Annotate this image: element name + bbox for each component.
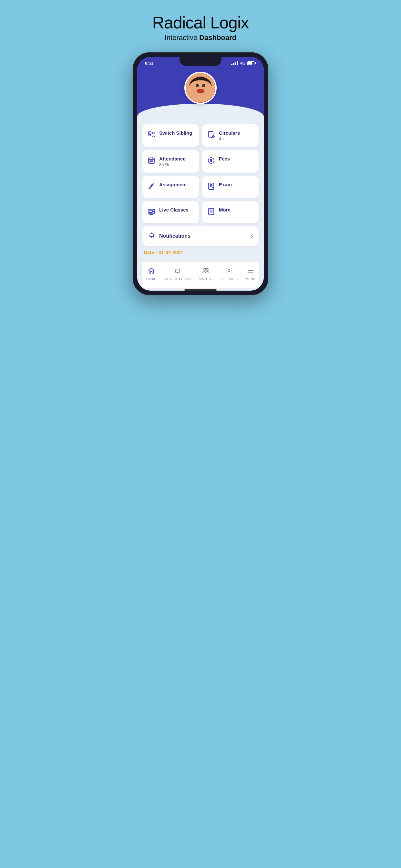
notifications-nav-label: NOTIFICATIONS bbox=[164, 277, 191, 281]
tile-more-content: More bbox=[219, 207, 230, 213]
battery-icon bbox=[247, 61, 256, 65]
tile-exam-label: Exam bbox=[219, 182, 232, 187]
svg-rect-15 bbox=[209, 208, 214, 215]
assignment-icon bbox=[148, 182, 156, 192]
home-nav-icon bbox=[148, 267, 155, 276]
tile-exam[interactable]: Exam bbox=[202, 176, 258, 198]
svg-point-18 bbox=[228, 270, 230, 272]
menu-nav-label: MENU bbox=[245, 277, 255, 281]
tile-attendance-content: Attendance 85 % bbox=[159, 156, 186, 167]
circulars-icon bbox=[207, 131, 216, 141]
tile-circulars-sub: 4 ↓ bbox=[219, 136, 240, 141]
tile-attendance[interactable]: Attendance 85 % bbox=[143, 150, 199, 173]
svg-rect-14 bbox=[149, 210, 152, 213]
svg-point-2 bbox=[202, 84, 205, 87]
notif-left: Notifications bbox=[148, 231, 190, 241]
notification-bell-icon bbox=[148, 231, 155, 241]
date-text: Date : 31-07-2021 bbox=[144, 250, 257, 255]
tile-assignment[interactable]: Assignment bbox=[143, 176, 199, 198]
network-label: 4G bbox=[240, 61, 245, 66]
tile-fees[interactable]: Fees bbox=[202, 150, 258, 173]
svg-rect-12 bbox=[209, 183, 214, 190]
signal-bars-icon bbox=[231, 61, 238, 65]
tile-assignment-label: Assignment bbox=[159, 182, 187, 187]
settings-nav-label: SETTINGS bbox=[220, 277, 238, 281]
date-section: Date : 31-07-2021 bbox=[143, 246, 258, 258]
exam-icon bbox=[207, 182, 216, 192]
tile-attendance-sub: 85 % bbox=[159, 162, 186, 167]
home-nav-label: HOME bbox=[146, 277, 157, 281]
home-indicator bbox=[184, 289, 217, 290]
page-wrapper: Radical Logix Interactive Dashboard 8:51… bbox=[120, 13, 281, 295]
avatar-container bbox=[137, 72, 264, 104]
tile-live-classes[interactable]: Live Classes bbox=[143, 201, 199, 223]
tile-switch-sibling-label: Switch Sibling bbox=[159, 130, 192, 135]
fees-icon bbox=[207, 157, 216, 166]
settings-nav-icon bbox=[225, 267, 233, 276]
tile-circulars[interactable]: Circulars 4 ↓ bbox=[202, 124, 258, 147]
tile-circulars-label: Circulars bbox=[219, 130, 240, 135]
nav-settings[interactable]: SETTINGS bbox=[216, 266, 242, 282]
tiles-grid: Switch Sibling bbox=[143, 124, 258, 223]
live-classes-icon bbox=[148, 208, 156, 217]
phone-screen: 8:51 4G W bbox=[137, 57, 264, 290]
tile-switch-sibling-content: Switch Sibling bbox=[159, 130, 192, 135]
switch-sibling-icon bbox=[148, 131, 156, 141]
tile-live-classes-label: Live Classes bbox=[159, 207, 189, 213]
tile-more-label: More bbox=[219, 207, 230, 213]
phone-frame: 8:51 4G W bbox=[133, 52, 268, 295]
tile-fees-content: Fees bbox=[219, 156, 230, 161]
tile-circulars-content: Circulars 4 ↓ bbox=[219, 130, 240, 141]
svg-point-11 bbox=[153, 184, 154, 185]
notifications-label: Notifications bbox=[159, 233, 190, 239]
svg-point-5 bbox=[152, 132, 154, 134]
svg-point-16 bbox=[204, 268, 206, 270]
curve-section bbox=[137, 72, 264, 117]
notch bbox=[180, 57, 221, 66]
tile-fees-label: Fees bbox=[219, 156, 230, 161]
avatar-image bbox=[186, 73, 215, 103]
tile-more[interactable]: More bbox=[202, 201, 258, 223]
nav-switch[interactable]: SWITCH bbox=[195, 266, 216, 282]
more-icon bbox=[207, 208, 216, 217]
app-title: Radical Logix bbox=[152, 13, 249, 32]
attendance-icon bbox=[148, 157, 156, 166]
nav-notifications[interactable]: NOTIFICATIONS bbox=[160, 266, 195, 282]
tile-exam-content: Exam bbox=[219, 182, 232, 187]
menu-nav-icon bbox=[247, 267, 254, 276]
notifications-nav-icon bbox=[174, 267, 181, 276]
main-content: Switch Sibling bbox=[137, 117, 264, 290]
status-bar-right: 4G bbox=[231, 61, 256, 66]
nav-menu[interactable]: MENU bbox=[242, 266, 259, 282]
svg-point-17 bbox=[206, 268, 208, 270]
tile-assignment-content: Assignment bbox=[159, 182, 187, 187]
svg-point-1 bbox=[196, 84, 199, 87]
status-time: 8:51 bbox=[145, 61, 153, 66]
date-divider bbox=[144, 258, 257, 258]
tile-live-classes-content: Live Classes bbox=[159, 207, 189, 213]
tile-switch-sibling[interactable]: Switch Sibling bbox=[143, 124, 199, 147]
nav-home[interactable]: HOME bbox=[143, 266, 160, 282]
notifications-row[interactable]: Notifications › bbox=[143, 226, 258, 246]
avatar bbox=[184, 72, 217, 104]
app-subtitle: Interactive Dashboard bbox=[165, 34, 237, 42]
tile-attendance-label: Attendance bbox=[159, 156, 186, 161]
switch-nav-icon bbox=[202, 267, 210, 276]
bottom-nav: HOME NOTIFICATIONS bbox=[143, 262, 258, 288]
notifications-arrow: › bbox=[251, 233, 253, 240]
switch-nav-label: SWITCH bbox=[199, 277, 212, 281]
